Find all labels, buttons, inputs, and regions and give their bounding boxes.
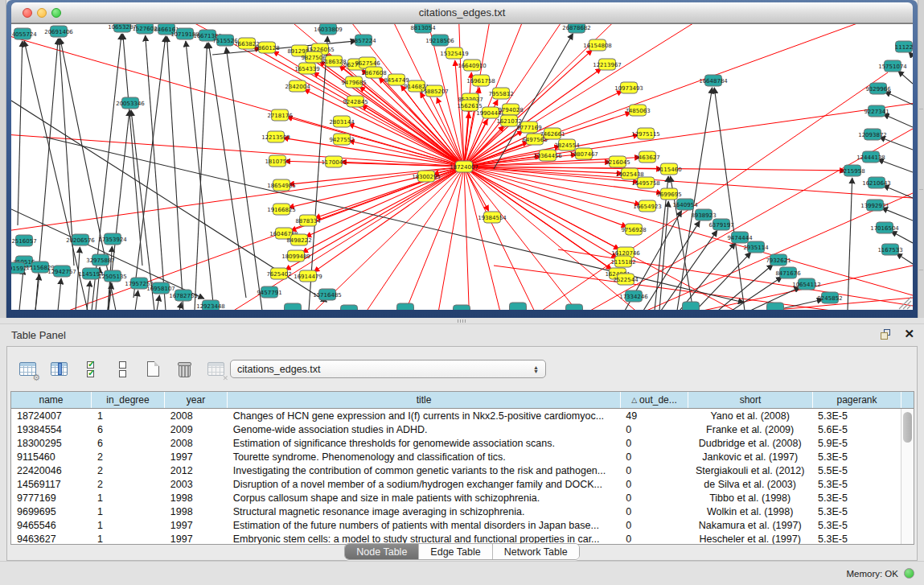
table-cell[interactable]: 1: [92, 520, 165, 531]
table-cell[interactable]: Estimation of the future numbers of pati…: [228, 520, 621, 531]
network-node[interactable]: 8938923: [691, 209, 716, 220]
network-node[interactable]: 12975115: [631, 128, 660, 139]
table-cell[interactable]: 0: [620, 534, 688, 545]
table-cell[interactable]: 5.3E-5: [812, 451, 901, 463]
table-cell[interactable]: 9465546: [11, 520, 92, 531]
table-cell[interactable]: 0: [620, 520, 688, 531]
network-node[interactable]: 12923448: [196, 300, 225, 310]
table-cell[interactable]: Investigating the contribution of common…: [228, 465, 621, 476]
network-node[interactable]: 2516057: [11, 235, 36, 246]
network-node[interactable]: 10973493: [614, 82, 643, 93]
table-row[interactable]: 1872400712008Changes of HCN gene express…: [11, 409, 901, 422]
table-cell[interactable]: Disruption of a novel member of a sodium…: [228, 479, 621, 490]
table-cell[interactable]: Franke et al. (2009): [688, 424, 812, 435]
column-header-short[interactable]: short: [688, 392, 813, 408]
table-cell[interactable]: 1997: [165, 534, 228, 545]
network-node[interactable]: 1810755: [265, 155, 290, 167]
table-cell[interactable]: 18724007: [11, 410, 92, 422]
table-cell[interactable]: 0: [620, 479, 688, 490]
network-node[interactable]: 16033809: [314, 24, 343, 35]
table-cell[interactable]: 14569117: [11, 479, 92, 490]
table-cell[interactable]: 0: [620, 424, 688, 435]
table-cell[interactable]: 5.5E-5: [812, 465, 901, 476]
network-node[interactable]: 16648784: [699, 75, 728, 86]
tab-network-table[interactable]: Network Table: [492, 544, 579, 559]
column-header-in_degree[interactable]: in_degree: [92, 392, 165, 408]
network-node[interactable]: 24055724: [11, 28, 37, 39]
network-node[interactable]: [454, 305, 470, 310]
tab-node-table[interactable]: Node Table: [345, 544, 418, 559]
table-cell[interactable]: 22420046: [11, 465, 92, 476]
table-cell[interactable]: 2012: [165, 465, 228, 476]
table-cell[interactable]: 5.3E-5: [812, 520, 901, 531]
column-header-pagerank[interactable]: pagerank: [813, 392, 901, 408]
table-cell[interactable]: 2009: [165, 424, 228, 435]
table-cell[interactable]: 19384554: [11, 424, 92, 435]
table-cell[interactable]: Yano et al. (2008): [688, 410, 812, 422]
network-node[interactable]: [285, 303, 302, 310]
delete-column-icon[interactable]: ✕: [205, 358, 227, 380]
new-table-icon[interactable]: [142, 358, 164, 380]
table-cell[interactable]: Changes of HCN gene expression and I(f) …: [228, 410, 621, 422]
close-window-button[interactable]: [23, 8, 32, 18]
network-node[interactable]: 2718176: [267, 109, 293, 121]
table-cell[interactable]: Hescheler et al. (1997): [688, 534, 812, 545]
network-node[interactable]: 11122: [895, 41, 913, 52]
network-node[interactable]: 16154808: [583, 39, 612, 51]
network-node[interactable]: 16914479: [294, 270, 322, 282]
network-node[interactable]: [510, 303, 527, 310]
table-cell[interactable]: 9777169: [11, 492, 92, 504]
table-cell[interactable]: 2: [92, 451, 165, 463]
table-row[interactable]: 946362711997Embryonic stem cells: a mode…: [11, 532, 901, 544]
table-cell[interactable]: 1997: [165, 451, 228, 463]
network-node[interactable]: 2803144: [329, 116, 355, 127]
network-node[interactable]: 6379197: [708, 219, 733, 230]
network-node[interactable]: 12213509: [261, 131, 290, 142]
table-cell[interactable]: 0: [620, 465, 688, 476]
network-node[interactable]: 7625402: [266, 268, 291, 279]
network-node[interactable]: 9756928: [621, 224, 646, 235]
network-node[interactable]: 7857224: [351, 35, 376, 46]
table-cell[interactable]: 9115460: [11, 451, 92, 463]
network-node[interactable]: 20053346: [116, 97, 145, 109]
network-node[interactable]: 19166825: [267, 204, 296, 215]
network-node[interactable]: 9699695: [656, 188, 681, 200]
memory-status-indicator[interactable]: [904, 568, 914, 579]
table-cell[interactable]: 0: [620, 451, 688, 463]
table-row[interactable]: 969969511998Structural magnetic resonanc…: [11, 505, 901, 518]
table-cell[interactable]: 0: [620, 506, 688, 517]
network-node[interactable]: 9115460: [656, 163, 681, 175]
divider-handle-icon[interactable]: [458, 319, 466, 323]
table-cell[interactable]: Jankovic et al. (1997): [688, 451, 812, 463]
table-scrollbar-thumb[interactable]: [903, 412, 912, 443]
split-pane-divider[interactable]: [0, 318, 924, 324]
table-cell[interactable]: 49: [620, 410, 688, 422]
network-node[interactable]: 8878334: [295, 215, 321, 226]
network-node[interactable]: 1167533: [877, 244, 902, 255]
table-cell[interactable]: 5.9E-5: [812, 438, 901, 449]
table-cell[interactable]: 5.3E-5: [812, 410, 901, 422]
network-node[interactable]: 18300295: [412, 171, 441, 182]
table-cell[interactable]: 5.3E-5: [812, 479, 901, 490]
table-settings-icon[interactable]: ⚙: [17, 358, 39, 380]
network-node[interactable]: 16640910: [458, 60, 487, 71]
table-cell[interactable]: Structural magnetic resonance image aver…: [228, 506, 621, 517]
network-node[interactable]: [683, 302, 700, 310]
table-cell[interactable]: Wolkin et al. (1998): [688, 506, 812, 517]
table-cell[interactable]: 1997: [165, 520, 228, 531]
network-window-titlebar[interactable]: citations_edges.txt: [11, 2, 913, 23]
column-header-name[interactable]: name: [11, 392, 92, 408]
network-node[interactable]: [566, 304, 583, 310]
table-selector-dropdown[interactable]: citations_edges.txt ▲▼: [230, 360, 546, 378]
table-row[interactable]: 977716911998Corpus callosum shape and si…: [11, 491, 901, 505]
table-cell[interactable]: 1: [92, 506, 165, 517]
network-node[interactable]: [397, 303, 414, 310]
table-row[interactable]: 1456911722003Disruption of a novel membe…: [11, 477, 901, 491]
column-header-out_de[interactable]: △out_de...: [621, 392, 688, 408]
table-cell[interactable]: Nakamura et al. (1997): [688, 520, 812, 531]
network-node[interactable]: 19218506: [425, 35, 454, 46]
network-node[interactable]: 10654112: [792, 278, 821, 290]
network-node[interactable]: 18099489: [281, 250, 310, 262]
table-cell[interactable]: 2: [92, 465, 165, 476]
select-all-icon[interactable]: [80, 358, 101, 380]
